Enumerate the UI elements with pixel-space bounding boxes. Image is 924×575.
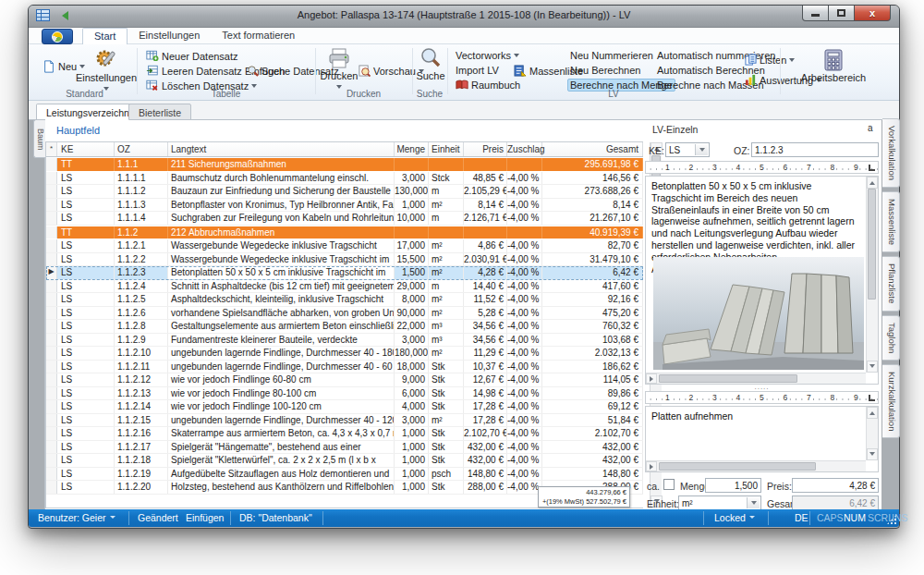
- cell-einheit[interactable]: m: [429, 185, 464, 198]
- status-language[interactable]: DE: [795, 512, 808, 523]
- header-marker[interactable]: *: [46, 142, 57, 156]
- cell-menge[interactable]: 1,000: [395, 454, 429, 467]
- cell-langtext[interactable]: wie vor jedoch Findlinge 60-80 cm: [168, 373, 395, 386]
- cell-zuschlag[interactable]: -4,00 %: [507, 293, 542, 306]
- header-oz[interactable]: OZ: [115, 142, 168, 156]
- table-row[interactable]: LS1.1.1.4Suchgraben zur Freilegung von K…: [46, 212, 643, 226]
- cell-ke[interactable]: LS: [57, 454, 115, 467]
- cell-oz[interactable]: 1.1.1.1: [115, 172, 168, 185]
- table-row[interactable]: LS1.1.2.8Gestaltungselemente aus armiert…: [46, 320, 643, 334]
- cell-marker[interactable]: [46, 172, 57, 185]
- cell-menge[interactable]: 180,000: [395, 347, 429, 360]
- cell-menge[interactable]: 15,500: [395, 253, 429, 266]
- cell-gesamt[interactable]: 148,80 €: [542, 468, 643, 481]
- cell-einheit[interactable]: m³: [429, 334, 464, 347]
- cell-zuschlag[interactable]: -4,00 %: [507, 347, 542, 360]
- cell-einheit[interactable]: Stk: [429, 373, 464, 386]
- cell-preis[interactable]: 8,14 €: [464, 199, 507, 212]
- cell-preis[interactable]: 12,67 €: [464, 373, 507, 386]
- cell-marker[interactable]: [46, 427, 57, 440]
- cell-oz[interactable]: 1.1.1.2: [115, 185, 168, 198]
- cell-gesamt[interactable]: 2.032,13 €: [542, 347, 643, 360]
- table-row[interactable]: LS1.1.1.3Betonpflaster von Kronimus, Typ…: [46, 199, 643, 213]
- cell-langtext[interactable]: ungebunden lagernde Findlinge, Durchmess…: [168, 414, 395, 427]
- cell-einheit[interactable]: Stck: [429, 172, 464, 185]
- cell-ke[interactable]: LS: [57, 185, 115, 198]
- cell-einheit[interactable]: m: [429, 212, 464, 225]
- cell-gesamt[interactable]: 295.691,98 €: [542, 158, 643, 171]
- cell-langtext[interactable]: Wassergebunde Wegedecke inklusive Tragsc…: [168, 239, 395, 252]
- neu-berechnen-button[interactable]: Neu Berechnen: [567, 64, 643, 77]
- print-button[interactable]: Drucken: [319, 47, 359, 92]
- cell-langtext[interactable]: Skaterrampe aus armiertem Beton, ca. 4,3…: [168, 427, 395, 440]
- tab-bieterliste[interactable]: Bieterliste: [128, 104, 191, 120]
- cell-langtext[interactable]: Aufgedübelte Sitzauflagen aus Holz demon…: [168, 468, 395, 481]
- side-tab-massenliste[interactable]: Massenliste: [882, 191, 900, 252]
- table-row[interactable]: LS1.1.1.1Baumschutz durch Bohlenummantel…: [46, 172, 643, 186]
- header-langtext[interactable]: Langtext: [168, 142, 395, 156]
- cell-menge[interactable]: 17,000: [395, 239, 429, 252]
- cell-preis[interactable]: 2.105,29 €: [464, 185, 507, 198]
- cell-einheit[interactable]: m²: [429, 253, 464, 266]
- table-row[interactable]: LS1.1.2.11ungebunden lagernde Findlinge,…: [46, 361, 643, 374]
- cell-langtext[interactable]: 211 Sicherungsmaßnahmen: [168, 158, 395, 171]
- cell-ke[interactable]: LS: [57, 280, 115, 293]
- cell-gesamt[interactable]: 432,00 €: [542, 441, 643, 454]
- cell-gesamt[interactable]: 21.267,10 €: [542, 212, 643, 225]
- cell-gesamt[interactable]: 432,00 €: [542, 454, 643, 467]
- cell-gesamt[interactable]: 69,12 €: [542, 400, 643, 413]
- cell-preis[interactable]: 17,28 €: [464, 400, 507, 413]
- cell-oz[interactable]: 1.1.2.15: [115, 414, 168, 427]
- cell-gesamt[interactable]: 31.479,10 €: [542, 253, 643, 266]
- cell-ke[interactable]: LS: [57, 400, 115, 413]
- shorttext-hscrollbar[interactable]: [646, 460, 866, 471]
- import-lv-button[interactable]: Import LV: [453, 64, 502, 77]
- cell-gesamt[interactable]: 475,20 €: [542, 307, 643, 320]
- cell-preis[interactable]: 288,00 €: [464, 481, 507, 494]
- cell-langtext[interactable]: 212 Abbruchmaßnahmen: [168, 226, 395, 239]
- cell-menge[interactable]: 22,000: [395, 320, 429, 333]
- table-row[interactable]: LS1.1.2.6vorhandene Spielsandfläche abha…: [46, 307, 643, 321]
- cell-einheit[interactable]: m²: [429, 266, 464, 279]
- cell-zuschlag[interactable]: -4,00 %: [507, 441, 542, 454]
- cell-ke[interactable]: LS: [57, 266, 115, 279]
- cell-marker[interactable]: [46, 199, 57, 212]
- cell-einheit[interactable]: Stk: [429, 454, 464, 467]
- cell-zuschlag[interactable]: -4,00 %: [507, 280, 542, 293]
- cell-preis[interactable]: 5,28 €: [464, 307, 507, 320]
- cell-marker[interactable]: [46, 158, 57, 171]
- cell-einheit[interactable]: m³: [429, 320, 464, 333]
- cell-langtext[interactable]: ungebunden lagernde Findlinge, Durchmess…: [168, 347, 395, 360]
- cell-einheit[interactable]: [429, 158, 464, 171]
- cell-marker[interactable]: [46, 347, 57, 360]
- scroll-right-icon[interactable]: [646, 373, 657, 384]
- cell-menge[interactable]: 3,000: [395, 334, 429, 347]
- cell-oz[interactable]: 1.1.2.20: [115, 481, 168, 494]
- cell-einheit[interactable]: m²: [429, 199, 464, 212]
- hauptfeld-label[interactable]: Hauptfeld: [56, 125, 100, 136]
- cell-preis[interactable]: 2.126,71 €: [464, 212, 507, 225]
- scrollbar-thumb[interactable]: [659, 462, 816, 471]
- header-preis[interactable]: Preis: [464, 142, 507, 156]
- cell-langtext[interactable]: vorhandene Spielsandfläche abharken, von…: [168, 307, 395, 320]
- cell-preis[interactable]: 4,86 €: [464, 239, 507, 252]
- cell-preis[interactable]: 2.102,70 €: [464, 427, 507, 440]
- cell-ke[interactable]: TT: [57, 158, 115, 171]
- cell-menge[interactable]: 8,000: [395, 293, 429, 306]
- cell-oz[interactable]: 1.1.2.4: [115, 280, 168, 293]
- cell-preis[interactable]: 2.030,91 €: [464, 253, 507, 266]
- cell-einheit[interactable]: m²: [429, 293, 464, 306]
- cell-oz[interactable]: 1.1.2.12: [115, 373, 168, 386]
- cell-ke[interactable]: LS: [57, 253, 115, 266]
- cell-oz[interactable]: 1.1.2.6: [115, 307, 168, 320]
- shorttext-vscrollbar[interactable]: [866, 407, 878, 460]
- cell-zuschlag[interactable]: -4,00 %: [507, 414, 542, 427]
- einheit-select[interactable]: m²: [678, 495, 761, 510]
- search-button[interactable]: Suche: [414, 47, 447, 81]
- neu-nummerieren-button[interactable]: Neu Nummerieren: [567, 49, 656, 62]
- cell-gesamt[interactable]: 6,42 €: [542, 266, 643, 279]
- cell-marker[interactable]: [46, 373, 57, 386]
- cell-marker[interactable]: [46, 185, 57, 198]
- cell-menge[interactable]: 130,000: [395, 185, 429, 198]
- cell-zuschlag[interactable]: -4,00 %: [507, 307, 542, 320]
